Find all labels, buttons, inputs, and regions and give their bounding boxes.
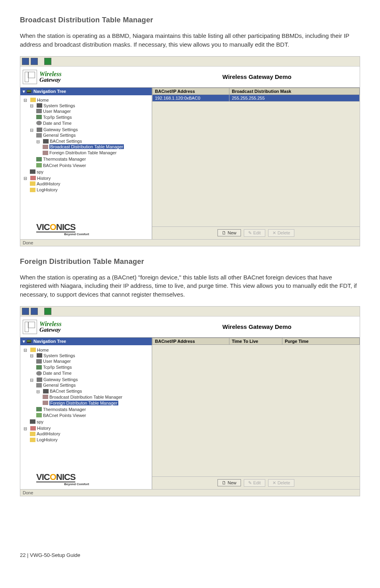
tree-fdt-manager[interactable]: Foreign Distributon Table Manager: [49, 150, 117, 155]
toolbar-icon-3[interactable]: [44, 58, 51, 65]
button-bar: 🗋New ✎Edit ✕Delete: [152, 226, 360, 239]
new-icon: 🗋: [222, 230, 226, 235]
fdt-grid[interactable]: BACnet/IP Address Time To Live Purge Tim…: [152, 338, 360, 476]
bdt-app-window: Wireless Gateway Wireless Gateway Demo ▾…: [20, 56, 360, 246]
tree-user-manager[interactable]: User Manager: [43, 109, 71, 114]
table-icon: [43, 401, 48, 405]
tree-bacnet-points[interactable]: BACnet Points Viewer: [43, 413, 86, 418]
tree-spy[interactable]: spy: [37, 169, 43, 174]
col-purge-time[interactable]: Purge Time: [282, 338, 360, 344]
toolbar-icon-2[interactable]: [31, 308, 38, 315]
nav-tree-icon: ▾ 📟: [23, 339, 32, 344]
cell-address[interactable]: 192.168.1.120:0xBAC0: [153, 94, 229, 101]
tree-thermostats[interactable]: Thermostats Manager: [43, 407, 86, 412]
expand-icon[interactable]: ⊟: [30, 353, 35, 358]
tree-datetime[interactable]: Date and Time: [43, 371, 72, 376]
tree-gateway-settings[interactable]: Gateway Settings: [43, 377, 78, 382]
tree-bdt-manager[interactable]: Broadcast Distribution Table Manager: [49, 395, 122, 399]
tree-home[interactable]: Home: [37, 348, 49, 352]
expand-icon[interactable]: ⊟: [36, 139, 42, 144]
expand-icon[interactable]: ⊟: [24, 98, 29, 102]
tree-system-settings[interactable]: System Settings: [43, 103, 75, 108]
spy-icon: [30, 419, 35, 424]
app-body: ▾ 📟 Navigation Tree ⊟Home ⊟System Settin…: [20, 338, 360, 489]
expand-icon[interactable]: ⊟: [30, 103, 35, 108]
tree-log-history[interactable]: LogHistory: [37, 437, 58, 442]
viconics-logo: VICONICS Beyond Comfort: [20, 220, 152, 239]
expand-icon[interactable]: ⊟: [36, 389, 42, 393]
table-row[interactable]: 192.168.1.120:0xBAC0 255.255.255.255: [153, 94, 360, 101]
cell-mask[interactable]: 255.255.255.255: [229, 94, 360, 101]
tree-spy[interactable]: spy: [37, 419, 43, 424]
tree-thermostats[interactable]: Thermostats Manager: [43, 157, 86, 162]
col-broadcast-mask[interactable]: Broadcast Distribution Mask: [229, 88, 360, 94]
expand-icon[interactable]: ⊟: [30, 128, 35, 132]
col-time-to-live[interactable]: Time To Live: [229, 338, 282, 344]
nav-tree-title: Navigation Tree: [33, 89, 66, 94]
status-bar: Done: [20, 239, 360, 246]
system-icon: [37, 353, 42, 358]
nav-tree-header: ▾ 📟 Navigation Tree: [20, 88, 152, 95]
tree-general-settings[interactable]: General Settings: [43, 133, 76, 138]
tree-tcpip[interactable]: Tcp/Ip Settings: [43, 365, 72, 370]
tree-history[interactable]: History: [37, 176, 51, 181]
warn-icon: [30, 188, 35, 192]
tree-fdt-manager[interactable]: Foreign Distributon Table Manager: [49, 401, 118, 405]
toolbar-icon-2[interactable]: [31, 58, 38, 65]
toolbar-spacer: [39, 58, 43, 65]
viconics-wordmark: VICONICS: [36, 473, 75, 482]
logo-text: Wireless Gateway: [39, 321, 61, 332]
tree-gateway-settings[interactable]: Gateway Settings: [43, 127, 78, 132]
tree-home[interactable]: Home: [37, 98, 49, 102]
bdt-table: BACnet/IP Address Broadcast Distribution…: [152, 88, 360, 102]
viconics-wordmark: VICONICS: [36, 223, 75, 232]
network-icon: [36, 115, 42, 119]
section2-paragraph: When the station is operating as a (BACn…: [20, 273, 360, 299]
warn-icon: [30, 432, 35, 436]
toolbar-icon-1[interactable]: [22, 58, 29, 65]
section1-paragraph: When the station is operating as a BBMD,…: [20, 31, 360, 49]
tree-bacnet-points[interactable]: BACnet Points Viewer: [43, 163, 86, 168]
tree-system-settings[interactable]: System Settings: [43, 353, 75, 358]
content-pane: BACnet/IP Address Broadcast Distribution…: [152, 88, 360, 239]
tree-datetime[interactable]: Date and Time: [43, 121, 72, 126]
expand-icon[interactable]: ⊟: [24, 176, 29, 180]
bdt-grid[interactable]: BACnet/IP Address Broadcast Distribution…: [152, 88, 360, 226]
bacnet-icon: [43, 139, 49, 144]
wireless-gateway-logo: Wireless Gateway: [23, 320, 61, 334]
navigation-tree[interactable]: ⊟Home ⊟System Settings User Manager Tcp/…: [20, 95, 152, 195]
gateway-icon: [23, 70, 37, 84]
history-icon: [30, 426, 36, 431]
edit-icon: ✎: [248, 230, 252, 236]
col-bacnet-ip[interactable]: BACnet/IP Address: [153, 88, 229, 94]
home-icon: [30, 348, 36, 352]
wrench-icon: [36, 383, 42, 387]
tree-general-settings[interactable]: General Settings: [43, 383, 76, 387]
logo-cell: Wireless Gateway: [20, 70, 154, 84]
navigation-tree[interactable]: ⊟Home ⊟System Settings User Manager Tcp/…: [20, 345, 152, 445]
thermostat-icon: [36, 157, 42, 161]
tree-audit-history[interactable]: AuditHistory: [37, 181, 60, 186]
new-button[interactable]: 🗋New: [217, 229, 241, 236]
tree-bacnet-settings[interactable]: BACnet Settings: [50, 139, 82, 144]
navigation-pane: ▾ 📟 Navigation Tree ⊟Home ⊟System Settin…: [20, 88, 152, 239]
tree-audit-history[interactable]: AuditHistory: [37, 431, 60, 436]
tree-bacnet-settings[interactable]: BACnet Settings: [50, 389, 82, 394]
toolbar-icon-1[interactable]: [22, 308, 29, 315]
delete-button: ✕Delete: [268, 479, 295, 487]
nav-tree-header: ▾ 📟 Navigation Tree: [20, 338, 152, 345]
tree-bdt-manager[interactable]: Broadcast Distribution Table Manager: [49, 144, 124, 149]
new-button[interactable]: 🗋New: [217, 479, 241, 486]
spy-icon: [30, 169, 35, 174]
tree-user-manager[interactable]: User Manager: [43, 359, 71, 364]
tree-history[interactable]: History: [37, 426, 51, 431]
expand-icon[interactable]: ⊟: [24, 426, 29, 431]
tree-log-history[interactable]: LogHistory: [37, 187, 58, 192]
expand-icon[interactable]: ⊟: [24, 348, 29, 352]
tree-tcpip[interactable]: Tcp/Ip Settings: [43, 115, 72, 120]
toolbar-icon-3[interactable]: [44, 308, 51, 315]
col-bacnet-ip[interactable]: BACnet/IP Address: [153, 338, 229, 344]
viconics-tagline: Beyond Comfort: [64, 232, 152, 236]
expand-icon[interactable]: ⊟: [30, 378, 35, 382]
logo-text: Wireless Gateway: [39, 71, 61, 83]
